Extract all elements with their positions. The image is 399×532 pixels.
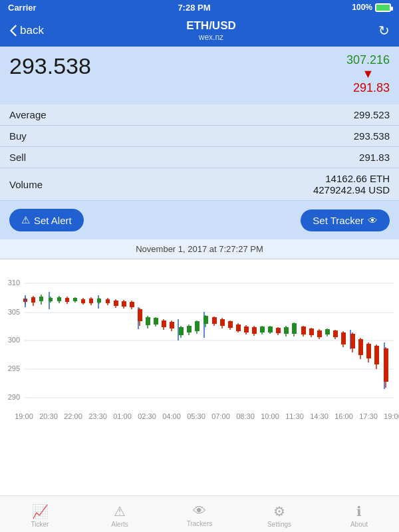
- back-button[interactable]: back: [9, 24, 44, 37]
- svg-text:02:30: 02:30: [138, 412, 156, 420]
- battery-fill: [376, 5, 390, 11]
- price-low: 291.83: [346, 81, 390, 95]
- svg-rect-29: [65, 298, 69, 302]
- tab-alerts-label: Alerts: [111, 521, 128, 528]
- price-right: 307.216 ▼ 291.83: [346, 53, 390, 95]
- svg-text:10:00: 10:00: [261, 412, 279, 420]
- volume-eth: 14162.66 ETH: [325, 173, 390, 184]
- svg-rect-113: [384, 348, 388, 382]
- svg-rect-25: [49, 298, 53, 301]
- svg-rect-99: [333, 331, 338, 337]
- tab-settings-label: Settings: [267, 521, 291, 528]
- alert-label: Set Alert: [34, 215, 72, 226]
- tab-bar: 📈 Ticker ⚠ Alerts 👁 Trackers ⚙ Settings …: [0, 495, 399, 532]
- svg-text:16:00: 16:00: [334, 412, 353, 420]
- stat-row-sell: Sell 291.83: [0, 147, 399, 168]
- stat-label-volume: Volume: [9, 179, 43, 190]
- status-bar: Carrier 7:28 PM 100%: [0, 0, 399, 15]
- svg-text:07:00: 07:00: [211, 412, 230, 420]
- svg-text:01:00: 01:00: [113, 412, 132, 420]
- y-label-295: 295: [8, 364, 20, 372]
- tab-settings[interactable]: ⚙ Settings: [239, 501, 319, 528]
- tab-trackers-label: Trackers: [187, 520, 213, 527]
- svg-rect-27: [57, 297, 61, 301]
- svg-rect-91: [301, 327, 306, 334]
- svg-text:23:30: 23:30: [88, 412, 107, 420]
- y-label-300: 300: [8, 336, 20, 344]
- svg-rect-40: [106, 299, 110, 303]
- alerts-icon: ⚠: [114, 503, 126, 519]
- svg-text:08:30: 08:30: [236, 412, 255, 420]
- svg-rect-67: [203, 316, 208, 324]
- stat-row-volume: Volume 14162.66 ETH 4279242.94 USD: [0, 168, 399, 201]
- svg-rect-83: [268, 327, 273, 332]
- alert-icon: ⚠: [21, 214, 30, 226]
- svg-text:05:30: 05:30: [187, 412, 205, 420]
- svg-rect-85: [276, 328, 281, 333]
- svg-rect-71: [220, 319, 225, 326]
- stat-row-buy: Buy 293.538: [0, 126, 399, 147]
- stat-label-average: Average: [9, 109, 47, 120]
- tab-ticker-label: Ticker: [31, 521, 49, 528]
- svg-text:11:30: 11:30: [285, 412, 304, 420]
- set-tracker-button[interactable]: Set Tracker 👁: [301, 209, 390, 231]
- svg-rect-75: [236, 325, 241, 331]
- svg-rect-53: [154, 318, 158, 325]
- volume-values: 14162.66 ETH 4279242.94 USD: [313, 173, 390, 196]
- svg-rect-106: [358, 339, 363, 355]
- ticker-icon: 📈: [32, 503, 49, 519]
- svg-rect-87: [284, 327, 289, 334]
- svg-rect-22: [39, 297, 43, 301]
- svg-rect-108: [366, 344, 371, 358]
- svg-rect-42: [114, 301, 118, 306]
- refresh-button[interactable]: ↻: [378, 23, 390, 39]
- battery-area: 100%: [352, 3, 391, 12]
- svg-text:19:00: 19:00: [15, 412, 33, 420]
- tab-trackers[interactable]: 👁 Trackers: [160, 501, 239, 527]
- trackers-icon: 👁: [193, 503, 206, 519]
- svg-rect-31: [73, 298, 77, 301]
- about-icon: ℹ: [356, 503, 362, 519]
- svg-rect-95: [317, 331, 322, 337]
- nav-title-group: ETH/USD wex.nz: [186, 19, 236, 42]
- svg-rect-44: [122, 301, 126, 307]
- battery-icon: [375, 3, 391, 12]
- time-label: 7:28 PM: [178, 3, 210, 13]
- nav-subtitle: wex.nz: [186, 33, 236, 42]
- tab-alerts[interactable]: ⚠ Alerts: [80, 501, 160, 528]
- svg-rect-46: [130, 302, 134, 307]
- svg-rect-97: [325, 329, 330, 334]
- tab-ticker[interactable]: 📈 Ticker: [0, 501, 80, 528]
- stat-label-buy: Buy: [9, 130, 27, 142]
- svg-text:22:00: 22:00: [64, 412, 82, 420]
- timestamp: November 1, 2017 at 7:27:27 PM: [0, 239, 399, 259]
- y-label-310: 310: [8, 279, 20, 287]
- svg-text:14:30: 14:30: [310, 412, 329, 420]
- svg-rect-20: [31, 297, 35, 303]
- svg-rect-110: [374, 346, 379, 364]
- set-alert-button[interactable]: ⚠ Set Alert: [9, 209, 84, 231]
- price-header: 293.538 307.216 ▼ 291.83: [0, 47, 399, 104]
- eye-icon: 👁: [368, 215, 378, 226]
- settings-icon: ⚙: [273, 503, 285, 519]
- volume-usd: 4279242.94 USD: [313, 184, 390, 196]
- nav-title: ETH/USD: [186, 19, 236, 33]
- buttons-row: ⚠ Set Alert Set Tracker 👁: [0, 201, 399, 239]
- svg-rect-81: [260, 327, 265, 332]
- tracker-label: Set Tracker: [313, 215, 364, 226]
- svg-rect-49: [138, 309, 142, 321]
- svg-rect-55: [162, 321, 166, 327]
- svg-text:20:30: 20:30: [39, 412, 58, 420]
- svg-rect-35: [89, 299, 93, 303]
- y-label-305: 305: [8, 308, 20, 316]
- stat-row-average: Average 299.523: [0, 104, 399, 126]
- tab-about[interactable]: ℹ About: [319, 501, 399, 528]
- svg-text:04:00: 04:00: [162, 412, 181, 420]
- price-down-arrow: ▼: [346, 67, 390, 81]
- svg-text:19:00: 19:00: [384, 412, 399, 420]
- svg-rect-64: [195, 321, 200, 331]
- svg-rect-62: [187, 326, 192, 332]
- svg-rect-60: [179, 327, 184, 335]
- svg-rect-79: [252, 327, 257, 334]
- stat-value-buy: 293.538: [354, 130, 390, 142]
